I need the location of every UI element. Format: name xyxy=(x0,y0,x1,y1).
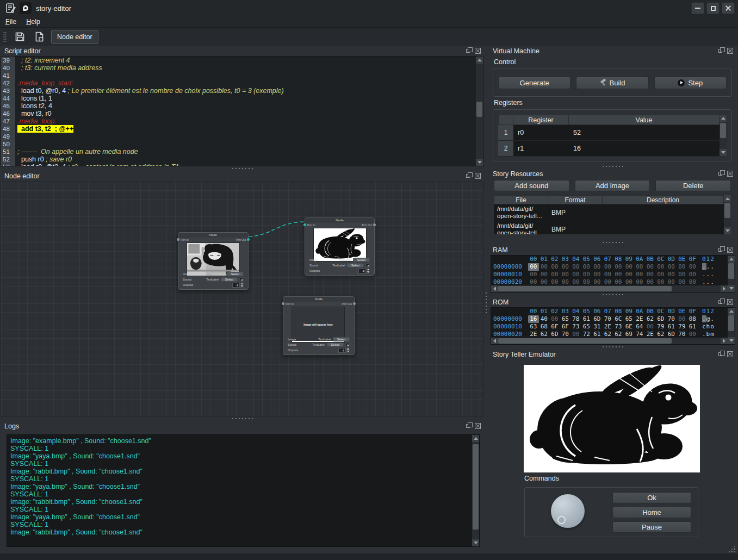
float-panel-icon[interactable] xyxy=(718,248,722,252)
byte-cell[interactable]: 2E xyxy=(603,323,613,331)
ram-vscrollbar[interactable] xyxy=(728,256,735,292)
byte-cell[interactable]: 63 xyxy=(528,323,539,331)
byte-cell[interactable]: 2E xyxy=(634,315,645,323)
byte-cell[interactable]: 00 xyxy=(560,263,571,271)
byte-cell[interactable]: 00 xyxy=(613,263,624,271)
float-panel-icon[interactable] xyxy=(718,49,722,53)
byte-cell[interactable]: 62 xyxy=(645,315,656,323)
port-in-dot[interactable] xyxy=(282,302,284,305)
code-line[interactable]: 47.media_loop: xyxy=(1,117,476,125)
hex-row[interactable]: 0000002000000000000000000000000000000000… xyxy=(493,278,728,285)
byte-cell[interactable]: 00 xyxy=(687,271,698,278)
delete-button[interactable]: Delete xyxy=(655,180,731,191)
resource-row[interactable]: /mnt/data/git/open-story-tell…BMP xyxy=(494,204,724,221)
byte-cell[interactable]: 00 xyxy=(687,263,698,271)
close-button[interactable] xyxy=(722,2,735,14)
byte-cell[interactable]: 00 xyxy=(603,263,613,271)
close-panel-icon[interactable] xyxy=(727,351,733,357)
byte-cell[interactable]: 08 xyxy=(687,315,698,323)
scroll-up-icon[interactable] xyxy=(720,115,727,122)
byte-cell[interactable]: 61 xyxy=(592,331,603,338)
titlebar[interactable]: story-editor xyxy=(0,0,738,16)
float-panel-icon[interactable] xyxy=(718,352,722,356)
scroll-right-icon[interactable] xyxy=(721,338,728,344)
byte-cell[interactable]: 00 xyxy=(655,271,666,278)
add-sound-button[interactable]: Add sound xyxy=(494,180,569,191)
byte-cell[interactable]: 62 xyxy=(539,331,550,338)
hex-row[interactable]: 0000001000000000000000000000000000000000… xyxy=(493,271,728,278)
code-line[interactable]: 46 mov t3, r0 xyxy=(1,110,476,117)
play-sound-icon[interactable] xyxy=(365,263,370,267)
script-editor[interactable]: 39 ; t2: increment 440 ; t3: current med… xyxy=(1,57,476,166)
byte-cell[interactable]: 74 xyxy=(634,331,645,338)
byte-cell[interactable]: 00 xyxy=(634,278,645,285)
close-panel-icon[interactable] xyxy=(475,423,481,429)
register-row[interactable]: 1r052 xyxy=(498,125,720,141)
byte-cell[interactable]: 00 xyxy=(634,271,645,278)
register-row[interactable]: 2r116 xyxy=(498,141,720,157)
step-button[interactable]: Step xyxy=(654,77,727,89)
float-panel-icon[interactable] xyxy=(466,49,470,53)
build-button[interactable]: Build xyxy=(576,77,648,89)
byte-cell[interactable]: 00 xyxy=(666,278,677,285)
hex-row[interactable]: 0000000000000000000000000000000000000000… xyxy=(493,263,728,271)
code-line[interactable]: 48 add t3, t2 ; @++ xyxy=(1,125,476,133)
byte-cell[interactable]: 00 xyxy=(655,263,666,271)
byte-cell[interactable]: 73 xyxy=(613,323,624,331)
byte-cell[interactable]: 00 xyxy=(539,271,550,278)
port-out-dot[interactable] xyxy=(373,223,376,226)
node-editor-toggle-button[interactable]: Node editor xyxy=(51,30,98,44)
select-image-button[interactable]: Select xyxy=(227,272,244,276)
float-panel-icon[interactable] xyxy=(466,174,470,178)
code-line[interactable]: 52 push r0 ; save r0 xyxy=(1,155,476,163)
byte-cell[interactable]: 00 xyxy=(592,263,603,271)
port-in-dot[interactable] xyxy=(303,223,306,226)
file-column-header[interactable]: File xyxy=(494,195,548,204)
code-line[interactable]: 49 xyxy=(1,133,476,140)
float-panel-icon[interactable] xyxy=(718,300,722,304)
spin-arrows-icon[interactable] xyxy=(240,283,244,288)
byte-cell[interactable]: 00 xyxy=(581,263,592,271)
register-value-cell[interactable]: 16 xyxy=(569,141,720,156)
byte-cell[interactable]: 00 xyxy=(613,278,624,285)
media-node[interactable]: Node Port In Port Out Image will appear … xyxy=(283,296,355,355)
byte-cell[interactable]: 6F xyxy=(560,323,571,331)
column-splitter-handle[interactable] xyxy=(484,46,488,553)
media-node[interactable]: Node Port In Port Out ImageTextLabelSele… xyxy=(178,232,249,290)
byte-cell[interactable]: 00 xyxy=(560,271,571,278)
register-name-cell[interactable]: r0 xyxy=(513,125,569,140)
code-line[interactable]: 51; ------- On appelle un autre media no… xyxy=(1,148,476,155)
code-line[interactable]: 42.media_loop_start: xyxy=(1,79,476,87)
scroll-left-icon[interactable] xyxy=(491,338,498,344)
ram-hscrollbar[interactable] xyxy=(491,285,728,292)
byte-cell[interactable]: 00 xyxy=(570,263,581,271)
scroll-left-icon[interactable] xyxy=(491,285,498,292)
scroll-down-icon[interactable] xyxy=(472,539,479,546)
generate-button[interactable]: Generate xyxy=(498,77,570,89)
byte-cell[interactable]: 16 xyxy=(528,315,539,323)
byte-cell[interactable]: 00 xyxy=(570,271,581,278)
byte-cell[interactable]: 6D xyxy=(592,315,603,323)
code-line[interactable]: 40 ; t3: current media address xyxy=(1,64,476,72)
scroll-down-icon[interactable] xyxy=(728,285,735,292)
byte-cell[interactable]: 00 xyxy=(570,331,581,338)
close-panel-icon[interactable] xyxy=(475,173,481,179)
scroll-up-icon[interactable] xyxy=(724,195,731,202)
resource-row[interactable]: /mnt/data/git/open-story-tellBMP xyxy=(494,221,724,234)
media-node[interactable]: Node Port In Port Out ImageTextLabelSele… xyxy=(305,217,375,276)
byte-cell[interactable]: 00 xyxy=(677,315,687,323)
scroll-down-icon[interactable] xyxy=(728,337,735,344)
byte-cell[interactable]: 00 xyxy=(560,278,571,285)
scroll-down-icon[interactable] xyxy=(724,227,731,234)
new-file-button[interactable] xyxy=(32,30,47,44)
minimize-button[interactable] xyxy=(691,2,704,14)
register-column-header[interactable]: Register xyxy=(513,115,569,125)
byte-cell[interactable]: 00 xyxy=(549,315,560,323)
select-image-button[interactable]: Select xyxy=(333,337,350,341)
byte-cell[interactable]: 00 xyxy=(539,263,550,271)
byte-cell[interactable]: 6C xyxy=(613,315,624,323)
scroll-up-icon[interactable] xyxy=(728,256,735,263)
play-sound-icon[interactable] xyxy=(239,277,244,282)
byte-cell[interactable]: 61 xyxy=(666,323,677,331)
byte-cell[interactable]: 00 xyxy=(603,271,613,278)
